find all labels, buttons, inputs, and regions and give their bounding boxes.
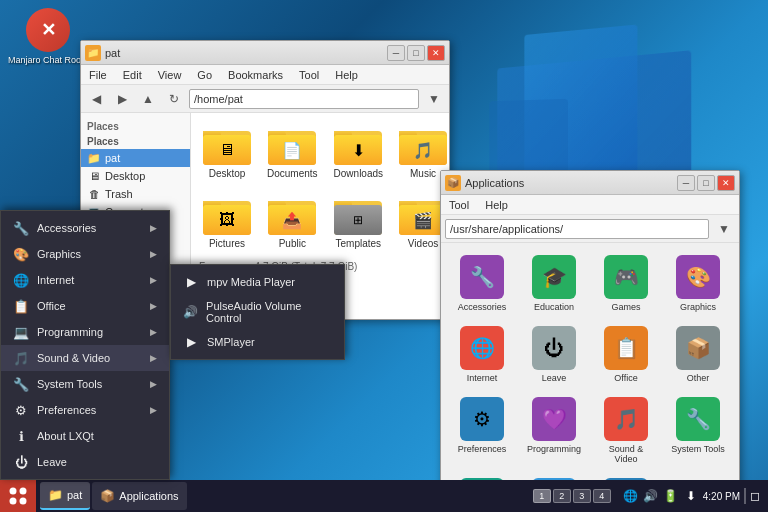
workspace-3[interactable]: 3 (573, 489, 591, 503)
graphics-label: Graphics (680, 302, 716, 312)
taskbar-right: 🌐 🔊 🔋 ⬇ 4:20 PM ◻ (615, 488, 768, 504)
sm-programming[interactable]: 💻 Programming ▶ (1, 319, 169, 345)
maximize-btn-back[interactable]: □ (407, 45, 425, 61)
refresh-btn-back[interactable]: ↻ (163, 88, 185, 110)
system-tools-icon: 🔧 (676, 397, 720, 441)
app-internet[interactable]: 🌐 Internet (449, 322, 515, 387)
file-item-templates[interactable]: ⊞ Templates (330, 191, 387, 253)
workspace-1[interactable]: 1 (533, 489, 551, 503)
sm-graphics-arrow: ▶ (150, 249, 157, 259)
sm-about-lxqt[interactable]: ℹ About LXQt (1, 423, 169, 449)
apps-maximize-btn[interactable]: □ (697, 175, 715, 191)
tray-volume-icon[interactable]: 🔊 (643, 488, 659, 504)
sm-office[interactable]: 📋 Office ▶ (1, 293, 169, 319)
up-btn-back[interactable]: ▲ (137, 88, 159, 110)
file-item-desktop[interactable]: 🖥 Desktop (199, 121, 255, 183)
sm-leave-icon: ⏻ (13, 454, 29, 470)
preferences-icon: ⚙ (460, 397, 504, 441)
sound-video-label: Sound & Video (597, 444, 655, 464)
svg-point-0 (10, 488, 17, 495)
sm-system-tools[interactable]: 🔧 System Tools ▶ (1, 371, 169, 397)
sm-mpv-label: mpv Media Player (207, 276, 295, 288)
address-go-back[interactable]: ▼ (423, 88, 445, 110)
apps-address-bar[interactable]: /usr/share/applications/ (445, 219, 709, 239)
file-item-pictures[interactable]: 🖼 Pictures (199, 191, 255, 253)
apps-menu-tool[interactable]: Tool (445, 199, 473, 211)
programming-label: Programming (527, 444, 581, 454)
taskbar-fm[interactable]: 📁 pat (40, 482, 90, 510)
sm-leave-label: Leave (37, 456, 67, 468)
manjaro-icon: ✕ (26, 8, 70, 52)
taskbar-clock[interactable]: 4:20 PM (703, 490, 740, 503)
minimize-btn-back[interactable]: ─ (387, 45, 405, 61)
file-item-downloads[interactable]: ⬇ Downloads (330, 121, 387, 183)
forward-btn-back[interactable]: ▶ (111, 88, 133, 110)
apps-titlebar[interactable]: 📦 Applications ─ □ ✕ (441, 171, 739, 195)
tray-battery-icon[interactable]: 🔋 (663, 488, 679, 504)
sm-sound-video-arrow: ▶ (150, 353, 157, 363)
address-bar-back[interactable]: /home/pat (189, 89, 419, 109)
sm-pulseaudio-label: PulseAudio Volume Control (206, 300, 332, 324)
sm-office-label: Office (37, 300, 66, 312)
sm-system-tools-icon: 🔧 (13, 376, 29, 392)
app-other[interactable]: 📦 Other (665, 322, 731, 387)
menu-file-back[interactable]: File (85, 69, 111, 81)
sm-internet[interactable]: 🌐 Internet ▶ (1, 267, 169, 293)
app-preferences[interactable]: ⚙ Preferences (449, 393, 515, 468)
desktop-icon-si: 🖥 (87, 169, 101, 183)
manjaro-chat-icon[interactable]: ✕ Manjaro Chat Room (8, 8, 89, 66)
menubar-back: File Edit View Go Bookmarks Tool Help (81, 65, 449, 85)
app-graphics[interactable]: 🎨 Graphics (665, 251, 731, 316)
apps-close-btn[interactable]: ✕ (717, 175, 735, 191)
sidebar-desktop[interactable]: 🖥 Desktop (81, 167, 190, 185)
sidebar-trash[interactable]: 🗑 Trash (81, 185, 190, 203)
menu-go-back[interactable]: Go (193, 69, 216, 81)
menu-help-back[interactable]: Help (331, 69, 362, 81)
taskbar-apps[interactable]: 📦 Applications (92, 482, 186, 510)
tray-network-icon[interactable]: 🌐 (623, 488, 639, 504)
leave-icon: ⏻ (532, 326, 576, 370)
start-button[interactable] (0, 480, 36, 512)
sm-graphics[interactable]: 🎨 Graphics ▶ (1, 241, 169, 267)
applications-window: 📦 Applications ─ □ ✕ Tool Help /usr/shar… (440, 170, 740, 490)
app-education[interactable]: 🎓 Education (521, 251, 587, 316)
show-desktop-icon[interactable]: ◻ (744, 488, 760, 504)
app-accessories[interactable]: 🔧 Accessories (449, 251, 515, 316)
app-programming[interactable]: 💜 Programming (521, 393, 587, 468)
close-btn-back[interactable]: ✕ (427, 45, 445, 61)
apps-menu-help[interactable]: Help (481, 199, 512, 211)
sm-graphics-label: Graphics (37, 248, 81, 260)
workspace-4[interactable]: 4 (593, 489, 611, 503)
sm-smplayer-icon: ▶ (183, 334, 199, 350)
sidebar-pat[interactable]: 📁 pat (81, 149, 190, 167)
sm-leave[interactable]: ⏻ Leave (1, 449, 169, 475)
app-leave[interactable]: ⏻ Leave (521, 322, 587, 387)
apps-minimize-btn[interactable]: ─ (677, 175, 695, 191)
workspace-2[interactable]: 2 (553, 489, 571, 503)
file-item-documents[interactable]: 📄 Documents (263, 121, 322, 183)
sm-sound-video[interactable]: 🎵 Sound & Video ▶ (1, 345, 169, 371)
sm-internet-arrow: ▶ (150, 275, 157, 285)
menu-edit-back[interactable]: Edit (119, 69, 146, 81)
file-item-public[interactable]: 📤 Public (263, 191, 322, 253)
app-sound-video[interactable]: 🎵 Sound & Video (593, 393, 659, 468)
sm-pulseaudio[interactable]: 🔊 PulseAudio Volume Control (171, 295, 344, 329)
sm-mpv[interactable]: ▶ mpv Media Player (171, 269, 344, 295)
apps-address-go[interactable]: ▼ (713, 218, 735, 240)
sm-programming-label: Programming (37, 326, 103, 338)
menu-tool-back[interactable]: Tool (295, 69, 323, 81)
titlebar-back[interactable]: 📁 pat ─ □ ✕ (81, 41, 449, 65)
tray-usb-icon[interactable]: ⬇ (683, 488, 699, 504)
app-games[interactable]: 🎮 Games (593, 251, 659, 316)
app-office[interactable]: 📋 Office (593, 322, 659, 387)
system-tools-label: System Tools (671, 444, 724, 454)
app-system-tools[interactable]: 🔧 System Tools (665, 393, 731, 468)
menu-bookmarks-back[interactable]: Bookmarks (224, 69, 287, 81)
sm-preferences-arrow: ▶ (150, 405, 157, 415)
internet-icon: 🌐 (460, 326, 504, 370)
back-btn-back[interactable]: ◀ (85, 88, 107, 110)
menu-view-back[interactable]: View (154, 69, 186, 81)
sm-smplayer[interactable]: ▶ SMPlayer (171, 329, 344, 355)
sm-accessories[interactable]: 🔧 Accessories ▶ (1, 215, 169, 241)
sm-preferences[interactable]: ⚙ Preferences ▶ (1, 397, 169, 423)
